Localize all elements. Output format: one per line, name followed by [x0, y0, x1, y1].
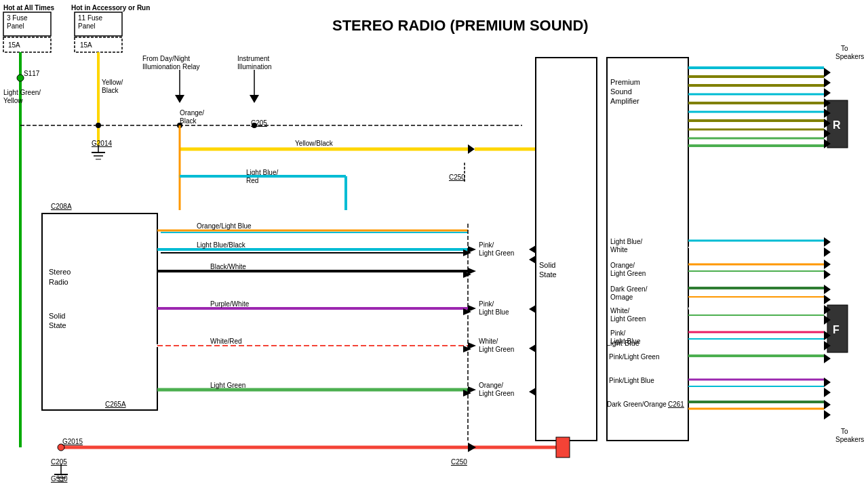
svg-text:Pink/: Pink/ [479, 300, 494, 308]
svg-text:Premium: Premium [610, 78, 640, 86]
svg-text:Instrument: Instrument [237, 55, 269, 62]
svg-text:Illumination: Illumination [237, 63, 272, 70]
svg-text:Purple/White: Purple/White [210, 300, 250, 308]
svg-text:State: State [539, 270, 557, 279]
svg-text:C208A: C208A [51, 203, 72, 210]
svg-text:Pink/Light Green: Pink/Light Green [609, 353, 660, 361]
svg-text:15A: 15A [8, 41, 20, 49]
svg-text:Solid: Solid [539, 261, 555, 269]
svg-text:C205: C205 [51, 458, 67, 466]
svg-text:To: To [841, 428, 848, 435]
svg-text:Light Green: Light Green [610, 315, 646, 323]
svg-rect-177 [556, 437, 570, 458]
svg-text:Black/White: Black/White [210, 263, 246, 270]
svg-text:Light Blue: Light Blue [479, 308, 509, 316]
svg-text:Light Blue/: Light Blue/ [610, 238, 642, 245]
svg-text:To: To [841, 45, 848, 52]
svg-text:Light Green: Light Green [610, 270, 646, 277]
svg-text:Dark Green/: Dark Green/ [610, 285, 648, 293]
svg-text:White/: White/ [610, 307, 630, 314]
svg-text:Black: Black [180, 117, 197, 125]
svg-text:Panel: Panel [78, 22, 96, 30]
svg-text:Radio: Radio [49, 278, 68, 286]
svg-text:S117: S117 [24, 70, 40, 77]
svg-rect-92 [536, 58, 597, 441]
svg-text:Red: Red [246, 177, 258, 184]
svg-text:3  Fuse: 3 Fuse [7, 14, 28, 22]
svg-text:C265A: C265A [105, 401, 126, 408]
svg-text:Black: Black [102, 87, 119, 94]
svg-text:Panel: Panel [7, 22, 24, 30]
svg-text:Light Green: Light Green [479, 249, 514, 257]
svg-text:Yellow/Black: Yellow/Black [295, 140, 334, 147]
svg-text:Amplifier: Amplifier [610, 97, 639, 105]
svg-text:Orange/Light Blue: Orange/Light Blue [197, 222, 252, 230]
svg-text:Sound: Sound [610, 87, 632, 96]
svg-text:Orange/: Orange/ [610, 262, 635, 269]
svg-text:Yellow: Yellow [3, 97, 23, 104]
svg-text:G2014: G2014 [92, 140, 112, 147]
svg-text:G2015: G2015 [62, 438, 83, 445]
svg-text:R: R [833, 119, 841, 131]
svg-text:Yellow/: Yellow/ [102, 79, 123, 86]
svg-text:C261: C261 [668, 401, 684, 408]
svg-text:Ornage: Ornage [610, 293, 633, 301]
svg-text:Light Green: Light Green [210, 382, 245, 389]
svg-text:Dark Green/Orange: Dark Green/Orange [607, 401, 667, 408]
svg-text:Hot at All Times: Hot at All Times [3, 4, 54, 12]
svg-text:Light Green: Light Green [479, 390, 514, 397]
svg-text:State: State [49, 321, 66, 329]
svg-point-15 [17, 75, 24, 81]
svg-text:C250: C250 [451, 458, 467, 466]
svg-text:Hot in Accessory or Run: Hot in Accessory or Run [71, 4, 150, 12]
wiring-diagram: STEREO RADIO (PREMIUM SOUND) STEREO RADI… [0, 0, 868, 488]
svg-text:Illumionation Relay: Illumionation Relay [142, 63, 200, 70]
svg-text:Light Blue/Black: Light Blue/Black [197, 241, 246, 249]
svg-text:From Day/Night: From Day/Night [142, 55, 190, 62]
svg-text:15A: 15A [80, 41, 92, 49]
svg-text:Pink/: Pink/ [610, 329, 625, 337]
svg-text:Pink/Light Blue: Pink/Light Blue [609, 377, 654, 384]
svg-text:STEREO RADIO  (PREMIUM SOUND): STEREO RADIO (PREMIUM SOUND) [332, 17, 589, 34]
svg-text:Solid: Solid [49, 312, 65, 320]
svg-text:White/Red: White/Red [210, 338, 242, 345]
svg-text:C250: C250 [449, 174, 465, 181]
svg-text:White: White [610, 246, 628, 253]
svg-text:Speakers: Speakers [835, 436, 864, 443]
svg-text:11  Fuse: 11 Fuse [78, 14, 103, 22]
svg-point-34 [96, 123, 101, 128]
svg-text:F: F [833, 324, 840, 336]
svg-text:Stereo: Stereo [49, 268, 71, 276]
svg-text:Orange/: Orange/ [479, 382, 503, 389]
svg-text:White/: White/ [479, 338, 498, 345]
svg-point-36 [252, 123, 257, 128]
svg-text:Light Green: Light Green [479, 346, 514, 353]
svg-text:Light Green/: Light Green/ [3, 89, 41, 96]
svg-text:Pink/: Pink/ [479, 241, 494, 249]
svg-text:Light Blue: Light Blue [606, 339, 639, 347]
svg-text:Speakers: Speakers [835, 53, 864, 60]
svg-text:Orange/: Orange/ [180, 109, 204, 117]
